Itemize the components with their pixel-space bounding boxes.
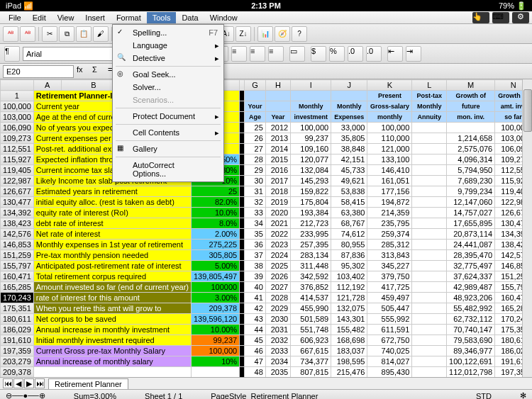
data-cell[interactable]: 555,992	[367, 314, 412, 325]
value-cell[interactable]: 209,378	[191, 303, 239, 314]
data-cell[interactable]: 28,395,470	[447, 250, 495, 261]
value-cell[interactable]: 10.0%	[191, 208, 239, 218]
desc-cell[interactable]: Initial monthly investment required	[33, 335, 191, 346]
data-cell[interactable]: 159,822	[291, 186, 331, 197]
vertical-scrollbar[interactable]	[522, 79, 532, 377]
menu-view[interactable]: View	[52, 12, 80, 23]
data-cell[interactable]: 29	[245, 165, 266, 176]
data-cell[interactable]: 283,134	[291, 250, 331, 261]
data-cell[interactable]: 14,757,027	[447, 208, 495, 218]
data-cell[interactable]: 168,698	[331, 335, 367, 346]
data-cell[interactable]: Year	[265, 112, 290, 123]
data-cell[interactable]: 103,402	[331, 271, 367, 282]
tab-last-icon[interactable]: ⏭	[35, 378, 45, 388]
data-cell[interactable]: 46	[245, 346, 266, 356]
menuitem-autocorrect-options-[interactable]: AutoCorrect Options...	[113, 159, 223, 180]
data-cell[interactable]: 4,096,314	[447, 154, 495, 165]
data-cell[interactable]: 2020	[265, 208, 290, 218]
row-header[interactable]: 100,000	[1, 101, 34, 112]
data-cell[interactable]: 143,301	[331, 314, 367, 325]
data-cell[interactable]: 501,589	[291, 314, 331, 325]
row-header[interactable]: 138,423	[1, 218, 34, 229]
data-cell[interactable]: 215,476	[331, 367, 367, 378]
settings-icon[interactable]: ⚙	[512, 12, 529, 23]
data-cell[interactable]: 79,583,690	[447, 335, 495, 346]
spreadsheet-grid[interactable]: ABCDGHIJKLMN1Retirement Planner-IPresent…	[0, 79, 532, 377]
value-cell[interactable]: 10%	[191, 356, 239, 367]
data-cell[interactable]	[412, 176, 447, 186]
paste-icon[interactable]: 📋	[76, 26, 92, 42]
data-cell[interactable]: 48	[245, 367, 266, 378]
zoom-slider[interactable]: ⊖──●──⊕	[6, 391, 45, 399]
data-cell[interactable]: 611,591	[367, 325, 412, 335]
row-header[interactable]: 130,477	[1, 197, 34, 208]
data-cell[interactable]	[412, 154, 447, 165]
desc-cell[interactable]: Amount invested so far (end of current y…	[33, 282, 191, 293]
data-cell[interactable]	[412, 293, 447, 303]
percent-icon[interactable]: %	[329, 46, 345, 62]
row-header[interactable]: 160,471	[1, 271, 34, 282]
row-header[interactable]: 165,285	[1, 282, 34, 293]
col-header[interactable]: I	[291, 80, 331, 91]
row-header[interactable]: 106,090	[1, 123, 34, 133]
data-cell[interactable]	[412, 261, 447, 271]
data-cell[interactable]: 2024	[265, 250, 290, 261]
data-cell[interactable]: 606,923	[291, 335, 331, 346]
data-cell[interactable]: 48,923,206	[447, 293, 495, 303]
row-header[interactable]: 1	[1, 91, 34, 101]
data-cell[interactable]: 212,723	[291, 218, 331, 229]
row-header[interactable]: 209,378	[1, 367, 34, 378]
data-cell[interactable]	[412, 218, 447, 229]
value-cell[interactable]: 10.00%	[191, 325, 239, 335]
spellcheck-icon[interactable]: ᴬᴮ	[3, 26, 18, 42]
value-cell[interactable]: 139,805,497	[191, 271, 239, 282]
data-cell[interactable]: 80,955	[331, 240, 367, 250]
currency-icon[interactable]: $	[311, 46, 326, 62]
data-cell[interactable]: 1,214,658	[447, 133, 495, 144]
data-cell[interactable]: 313,843	[367, 250, 412, 261]
menu-file[interactable]: File	[3, 12, 27, 23]
tab-next-icon[interactable]: ▶	[24, 378, 34, 388]
data-cell[interactable]: 121,000	[367, 144, 412, 154]
data-cell[interactable]: 2023	[265, 240, 290, 250]
value-cell[interactable]: 3.00%	[191, 293, 239, 303]
desc-cell[interactable]: Net corpus to be saved	[33, 314, 191, 325]
align-right-icon[interactable]: ≡	[250, 46, 265, 62]
data-cell[interactable]: 34	[245, 218, 266, 229]
data-cell[interactable]	[412, 314, 447, 325]
data-cell[interactable]: monthly	[367, 112, 412, 123]
autospell-icon[interactable]: ᴬᴮ	[20, 26, 35, 42]
row-header[interactable]: 155,797	[1, 261, 34, 271]
data-cell[interactable]: 37,624,337	[447, 271, 495, 282]
data-cell[interactable]: 20,873,114	[447, 229, 495, 240]
row-header[interactable]: 191,610	[1, 335, 34, 346]
chart-icon[interactable]: 📊	[257, 26, 273, 42]
data-cell[interactable]: 100,000	[367, 123, 412, 133]
data-cell[interactable]: 2022	[265, 229, 290, 240]
col-header[interactable]: J	[331, 80, 367, 91]
row-header[interactable]: 170,243	[1, 293, 34, 303]
data-cell[interactable]	[412, 186, 447, 197]
help-icon[interactable]: ?	[292, 26, 307, 42]
data-cell[interactable]: 31	[245, 186, 266, 197]
data-cell[interactable]: 25	[245, 123, 266, 133]
data-cell[interactable]: 100,122,691	[447, 356, 495, 367]
data-cell[interactable]: future	[447, 101, 495, 112]
desc-cell[interactable]: initial equity alloc. (rest is taken as …	[33, 197, 191, 208]
menuitem-goal-seek-[interactable]: ◎Goal Seek...	[113, 68, 223, 81]
data-cell[interactable]: 112,012,798	[447, 367, 495, 378]
data-cell[interactable]: 551,748	[291, 325, 331, 335]
menuitem-gallery[interactable]: ▦Gallery	[113, 142, 223, 155]
col-header[interactable]: A	[33, 80, 61, 91]
desc-cell[interactable]: Annual increase in monthly investment	[33, 325, 191, 335]
menuitem-language[interactable]: Language▸	[113, 39, 223, 52]
row-header[interactable]: 142,576	[1, 229, 34, 240]
data-cell[interactable]: 2021	[265, 218, 290, 229]
desc-cell[interactable]: Net rate of interest	[33, 229, 191, 240]
menuitem-detective[interactable]: 🔍Detective▸	[113, 52, 223, 64]
row-header[interactable]: 146,853	[1, 240, 34, 250]
data-cell[interactable]: 146,410	[367, 165, 412, 176]
data-cell[interactable]	[412, 282, 447, 293]
col-header[interactable]: M	[447, 80, 495, 91]
menu-edit[interactable]: Edit	[27, 12, 52, 23]
